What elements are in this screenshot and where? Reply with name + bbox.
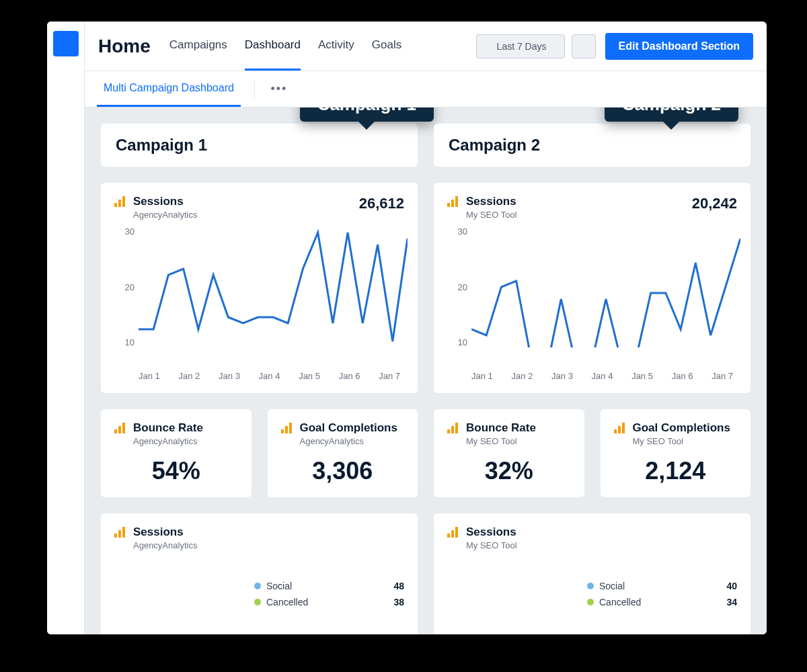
line-plot [139,226,408,347]
primary-nav: Campaigns Dashboard Activity Goals [169,22,401,71]
campaign-2-title: Campaign 2 [449,136,540,155]
donut-title: Sessions [133,526,404,539]
page-title: Home [98,36,151,57]
sessions-source: AgencyAnalytics [133,210,352,220]
main-area: Home Campaigns Dashboard Activity Goals … [85,22,767,634]
share-button[interactable] [572,34,596,58]
x-axis: Jan 1Jan 2Jan 3Jan 4Jan 5Jan 6Jan 7 [139,371,400,381]
donut-source: AgencyAnalytics [133,540,404,550]
plugin-icon[interactable] [55,202,77,223]
bounce-value: 54% [114,457,238,485]
bounce-title: Bounce Rate [466,421,571,435]
campaign-2-donut-card: SessionsMy SEO Tool Social40 Cancelled34 [434,513,751,634]
sessions-title: Sessions [133,195,352,208]
donut-chart [114,557,242,631]
tab-campaigns[interactable]: Campaigns [169,22,227,71]
campaign-1-header: Campaign 1 Campaign 1 [101,124,418,167]
legend-item: Social48 [254,581,404,591]
calendar-icon [484,42,493,51]
tab-activity[interactable]: Activity [318,22,354,71]
app-window: Home Campaigns Dashboard Activity Goals … [47,22,767,634]
campaign-2-goals-card: Goal CompletionsMy SEO Tool 2,124 [601,409,751,497]
campaign-1-sessions-card: Sessions AgencyAnalytics 26,612 302010 J… [101,183,418,393]
campaign-columns: Campaign 1 Campaign 1 Sessions AgencyAna… [101,124,751,634]
campaign-2-sessions-card: Sessions My SEO Tool 20,242 302010 Jan 1… [434,183,751,393]
edit-dashboard-button[interactable]: Edit Dashboard Section [605,33,753,60]
bounce-title: Bounce Rate [133,421,238,435]
y-axis: 302010 [114,226,134,347]
campaign-column-1: Campaign 1 Campaign 1 Sessions AgencyAna… [101,124,418,634]
report-icon[interactable] [55,113,77,134]
analytics-icon [447,421,459,433]
goals-value: 2,124 [614,457,738,485]
legend-item: Social40 [587,581,737,591]
top-bar: Home Campaigns Dashboard Activity Goals … [85,22,767,71]
goals-value: 3,306 [281,457,405,485]
donut-title: Sessions [466,526,737,539]
tab-goals[interactable]: Goals [372,22,401,71]
share-icon [578,41,589,52]
tab-dashboard[interactable]: Dashboard [245,22,301,71]
people-icon[interactable] [55,83,77,105]
date-range-dropdown[interactable]: Last 7 Days [476,34,565,58]
sessions-title: Sessions [466,195,685,208]
campaign-1-donut-card: SessionsAgencyAnalytics Social48 Cancell… [101,513,418,634]
analytics-icon [114,526,126,538]
dashboard-canvas: Campaign 1 Campaign 1 Sessions AgencyAna… [85,108,767,634]
campaign-2-line-chart: 302010 Jan 1Jan 2Jan 3Jan 4Jan 5Jan 6Jan… [447,226,737,381]
more-options-button[interactable]: ••• [268,79,290,100]
sessions-total: 20,242 [692,195,737,212]
dashboard-tab[interactable]: Multi Campaign Dashboard [97,71,241,107]
sessions-total: 26,612 [359,195,404,212]
date-range-label: Last 7 Days [497,41,547,52]
analytics-icon [447,195,459,207]
sessions-source: My SEO Tool [466,210,685,220]
campaign-column-2: Campaign 2 Campaign 2 Sessions My SEO To… [434,124,751,634]
bounce-source: AgencyAnalytics [133,436,238,446]
billing-icon[interactable] [55,172,77,194]
campaign-2-header: Campaign 2 Campaign 2 [434,124,751,167]
chevron-down-icon [551,43,558,50]
campaign-2-callout: Campaign 2 [605,108,738,122]
copy-icon[interactable] [55,142,77,164]
donut-legend: Social48 Cancelled38 [254,581,404,607]
analytics-icon [447,526,459,538]
bounce-value: 32% [447,457,571,485]
separator [254,80,255,99]
line-plot [471,226,740,347]
campaign-1-line-chart: 302010 Jan 1Jan 2Jan 3Jan 4Jan 5Jan 6Jan… [114,226,404,381]
donut-source: My SEO Tool [466,540,737,550]
campaign-1-callout: Campaign 1 [300,108,434,122]
bounce-source: My SEO Tool [466,436,571,446]
analytics-icon [614,421,626,433]
campaign-1-bounce-card: Bounce RateAgencyAnalytics 54% [101,409,252,497]
legend-item: Cancelled34 [587,597,737,607]
campaign-1-goals-card: Goal CompletionsAgencyAnalytics 3,306 [268,409,418,497]
goals-title: Goal Completions [633,421,738,435]
donut-legend: Social40 Cancelled34 [587,581,737,607]
goals-source: My SEO Tool [633,436,738,446]
campaign-2-bounce-card: Bounce RateMy SEO Tool 32% [434,409,584,497]
y-axis: 302010 [447,226,467,347]
goals-title: Goal Completions [300,421,405,435]
analytics-icon [281,421,293,433]
secondary-bar: Multi Campaign Dashboard ••• [85,71,767,108]
campaign-1-title: Campaign 1 [116,136,207,155]
home-button[interactable] [53,31,79,56]
legend-item: Cancelled38 [254,597,404,607]
analytics-icon [114,195,126,207]
home-icon [59,37,73,50]
donut-chart [447,557,575,631]
goals-source: AgencyAnalytics [300,436,405,446]
x-axis: Jan 1Jan 2Jan 3Jan 4Jan 5Jan 6Jan 7 [471,371,733,381]
left-nav-rail [47,22,85,634]
analytics-icon [114,421,126,433]
